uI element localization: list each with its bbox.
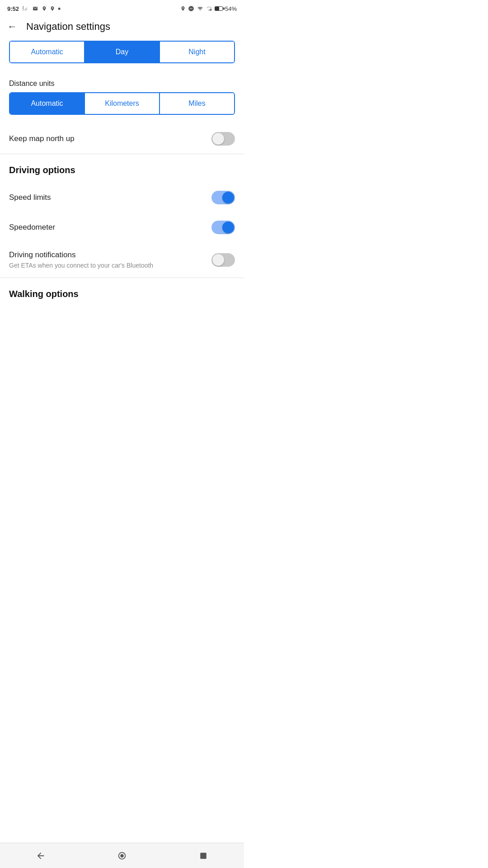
speed-limits-toggle[interactable] — [211, 191, 235, 204]
speedometer-toggle[interactable] — [211, 221, 235, 234]
svg-rect-1 — [210, 9, 211, 11]
screenshot-icon — [22, 5, 29, 12]
driving-notifications-subtitle: Get ETAs when you connect to your car's … — [9, 261, 204, 269]
battery-percentage: 54% — [225, 5, 237, 12]
page-title: Navigation settings — [26, 21, 110, 33]
status-bar: 9:52 • 54% — [0, 0, 244, 16]
color-mode-automatic[interactable]: Automatic — [10, 42, 84, 62]
color-mode-night[interactable]: Night — [159, 42, 234, 62]
color-mode-toggle: Automatic Day Night — [9, 41, 235, 63]
time-display: 9:52 — [7, 5, 19, 12]
speedometer-slider — [211, 221, 235, 234]
battery-icon — [215, 6, 223, 11]
status-right: 54% — [180, 5, 237, 12]
dot-indicator: • — [58, 4, 61, 14]
driving-notifications-toggle[interactable] — [211, 253, 235, 267]
color-mode-day[interactable]: Day — [84, 42, 159, 62]
distance-automatic[interactable]: Automatic — [10, 93, 84, 114]
keep-map-north-up-slider — [211, 132, 235, 146]
driving-notifications-info: Driving notifications Get ETAs when you … — [9, 250, 211, 269]
speedometer-row: Speedometer — [0, 212, 244, 242]
status-left: 9:52 • — [7, 4, 61, 14]
distance-miles[interactable]: Miles — [159, 93, 234, 114]
speed-limits-title: Speed limits — [9, 193, 204, 202]
driving-options-heading: Driving options — [0, 154, 244, 183]
keep-map-north-up-row: Keep map north up — [0, 124, 244, 154]
speedometer-title: Speedometer — [9, 223, 204, 232]
do-not-disturb-icon — [188, 5, 194, 12]
distance-units-label: Distance units — [0, 72, 244, 92]
location-icon-1 — [42, 5, 47, 12]
header: ← Navigation settings — [0, 16, 244, 39]
back-button[interactable]: ← — [7, 21, 17, 33]
location-icon-status — [180, 5, 186, 12]
speed-limits-row: Speed limits — [0, 183, 244, 212]
signal-icon — [206, 5, 212, 12]
distance-units-toggle: Automatic Kilometers Miles — [9, 92, 235, 115]
keep-map-north-up-info: Keep map north up — [9, 134, 211, 143]
driving-notifications-slider — [211, 253, 235, 267]
svg-rect-0 — [211, 9, 211, 11]
svg-rect-2 — [208, 9, 209, 10]
driving-notifications-row: Driving notifications Get ETAs when you … — [0, 242, 244, 278]
gmail-icon — [32, 6, 39, 11]
location-icon-2 — [50, 5, 55, 12]
speed-limits-slider — [211, 191, 235, 204]
keep-map-north-up-title: Keep map north up — [9, 134, 204, 143]
speedometer-info: Speedometer — [9, 223, 211, 232]
keep-map-north-up-toggle[interactable] — [211, 132, 235, 146]
walking-options-heading: Walking options — [0, 278, 244, 307]
speed-limits-info: Speed limits — [9, 193, 211, 202]
main-content: Automatic Day Night Distance units Autom… — [0, 41, 244, 338]
driving-notifications-title: Driving notifications — [9, 250, 204, 259]
wifi-icon — [197, 6, 204, 11]
distance-kilometers[interactable]: Kilometers — [84, 93, 159, 114]
